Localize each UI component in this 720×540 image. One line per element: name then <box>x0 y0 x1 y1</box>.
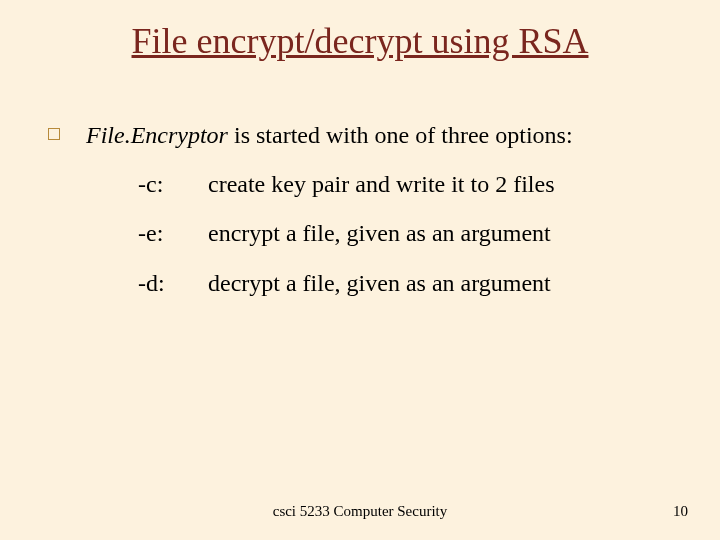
option-row: -e: encrypt a file, given as an argument <box>138 218 680 249</box>
slide: File encrypt/decrypt using RSA File.Encr… <box>0 0 720 540</box>
square-bullet-icon <box>48 128 60 140</box>
lead-text: File.Encryptor is started with one of th… <box>86 120 573 151</box>
option-row: -d: decrypt a file, given as an argument <box>138 268 680 299</box>
lead-rest: is started with one of three options: <box>228 122 573 148</box>
option-row: -c: create key pair and write it to 2 fi… <box>138 169 680 200</box>
page-number: 10 <box>673 503 688 520</box>
program-name: File.Encryptor <box>86 122 228 148</box>
option-desc: create key pair and write it to 2 files <box>208 169 555 200</box>
option-flag: -d: <box>138 268 208 299</box>
slide-body: File.Encryptor is started with one of th… <box>48 120 680 317</box>
option-flag: -e: <box>138 218 208 249</box>
bullet-item: File.Encryptor is started with one of th… <box>48 120 680 151</box>
options-list: -c: create key pair and write it to 2 fi… <box>138 169 680 299</box>
option-desc: encrypt a file, given as an argument <box>208 218 551 249</box>
slide-title: File encrypt/decrypt using RSA <box>0 20 720 62</box>
option-flag: -c: <box>138 169 208 200</box>
footer-center: csci 5233 Computer Security <box>0 503 720 520</box>
option-desc: decrypt a file, given as an argument <box>208 268 551 299</box>
